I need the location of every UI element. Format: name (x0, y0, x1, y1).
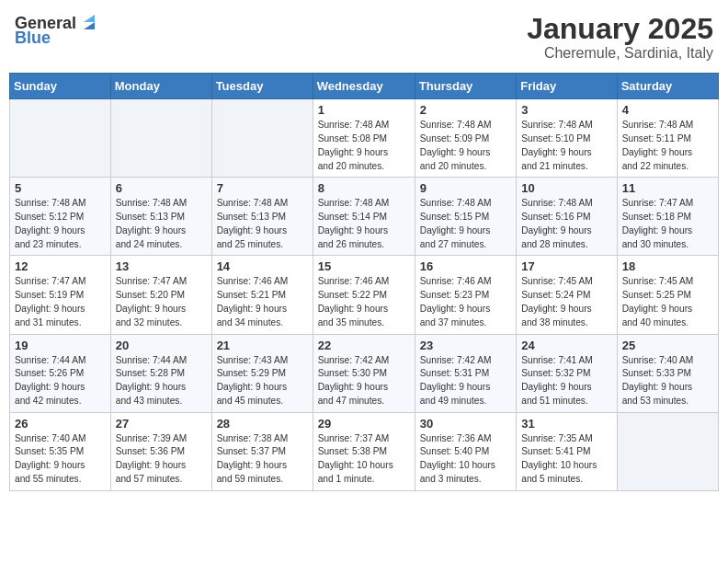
day-info: Sunrise: 7:48 AM Sunset: 5:13 PM Dayligh… (217, 197, 308, 251)
day-number: 7 (217, 181, 308, 195)
svg-marker-0 (84, 22, 95, 29)
day-info: Sunrise: 7:48 AM Sunset: 5:12 PM Dayligh… (15, 197, 106, 251)
day-info: Sunrise: 7:36 AM Sunset: 5:40 PM Dayligh… (420, 432, 511, 487)
day-info: Sunrise: 7:39 AM Sunset: 5:36 PM Dayligh… (116, 432, 207, 487)
calendar-cell: 9Sunrise: 7:48 AM Sunset: 5:15 PM Daylig… (415, 178, 516, 256)
calendar-cell: 22Sunrise: 7:42 AM Sunset: 5:30 PM Dayli… (313, 334, 415, 412)
day-number: 15 (318, 259, 410, 273)
calendar-week-row: 1Sunrise: 7:48 AM Sunset: 5:08 PM Daylig… (10, 99, 719, 178)
day-number: 31 (521, 417, 611, 431)
day-number: 3 (521, 103, 611, 117)
weekday-header-tuesday: Tuesday (211, 74, 313, 99)
calendar-cell (110, 99, 211, 178)
calendar-cell: 21Sunrise: 7:43 AM Sunset: 5:29 PM Dayli… (211, 334, 313, 412)
calendar-cell: 30Sunrise: 7:36 AM Sunset: 5:40 PM Dayli… (415, 412, 516, 490)
weekday-header-sunday: Sunday (10, 74, 111, 99)
day-info: Sunrise: 7:42 AM Sunset: 5:31 PM Dayligh… (420, 354, 511, 408)
day-number: 12 (15, 259, 106, 273)
calendar-cell: 4Sunrise: 7:48 AM Sunset: 5:11 PM Daylig… (617, 99, 718, 178)
day-info: Sunrise: 7:47 AM Sunset: 5:19 PM Dayligh… (15, 275, 106, 329)
calendar-cell: 16Sunrise: 7:46 AM Sunset: 5:23 PM Dayli… (415, 256, 516, 334)
day-number: 11 (622, 181, 713, 195)
day-number: 20 (116, 339, 207, 352)
day-info: Sunrise: 7:35 AM Sunset: 5:41 PM Dayligh… (521, 432, 611, 487)
calendar-cell: 13Sunrise: 7:47 AM Sunset: 5:20 PM Dayli… (110, 256, 211, 334)
day-info: Sunrise: 7:46 AM Sunset: 5:21 PM Dayligh… (217, 275, 308, 329)
calendar-title: January 2025 (527, 13, 713, 45)
day-number: 26 (15, 417, 106, 431)
calendar-cell: 5Sunrise: 7:48 AM Sunset: 5:12 PM Daylig… (10, 178, 111, 256)
day-info: Sunrise: 7:43 AM Sunset: 5:29 PM Dayligh… (217, 354, 308, 408)
day-info: Sunrise: 7:48 AM Sunset: 5:13 PM Dayligh… (116, 197, 207, 251)
calendar-cell (211, 99, 313, 178)
day-info: Sunrise: 7:48 AM Sunset: 5:11 PM Dayligh… (622, 119, 713, 173)
calendar-cell: 14Sunrise: 7:46 AM Sunset: 5:21 PM Dayli… (211, 256, 313, 334)
day-info: Sunrise: 7:48 AM Sunset: 5:15 PM Dayligh… (420, 197, 511, 251)
weekday-header-row: SundayMondayTuesdayWednesdayThursdayFrid… (10, 74, 719, 99)
day-number: 22 (318, 339, 410, 352)
day-info: Sunrise: 7:46 AM Sunset: 5:22 PM Dayligh… (318, 275, 410, 329)
calendar-cell: 7Sunrise: 7:48 AM Sunset: 5:13 PM Daylig… (211, 178, 313, 256)
day-number: 23 (420, 339, 511, 352)
calendar-cell: 31Sunrise: 7:35 AM Sunset: 5:41 PM Dayli… (517, 412, 617, 490)
day-number: 30 (420, 417, 511, 431)
day-number: 9 (420, 181, 511, 195)
calendar-cell: 2Sunrise: 7:48 AM Sunset: 5:09 PM Daylig… (415, 99, 516, 178)
day-number: 29 (318, 417, 410, 431)
calendar-cell: 17Sunrise: 7:45 AM Sunset: 5:24 PM Dayli… (517, 256, 617, 334)
calendar-cell: 29Sunrise: 7:37 AM Sunset: 5:38 PM Dayli… (313, 412, 415, 490)
day-info: Sunrise: 7:48 AM Sunset: 5:16 PM Dayligh… (521, 197, 611, 251)
day-number: 6 (116, 181, 207, 195)
calendar-cell: 19Sunrise: 7:44 AM Sunset: 5:26 PM Dayli… (10, 334, 111, 412)
calendar-week-row: 12Sunrise: 7:47 AM Sunset: 5:19 PM Dayli… (10, 256, 719, 334)
day-info: Sunrise: 7:47 AM Sunset: 5:18 PM Dayligh… (622, 197, 713, 251)
day-info: Sunrise: 7:44 AM Sunset: 5:26 PM Dayligh… (15, 354, 106, 408)
calendar-cell (617, 412, 718, 490)
day-info: Sunrise: 7:47 AM Sunset: 5:20 PM Dayligh… (116, 275, 207, 329)
day-number: 18 (622, 259, 713, 273)
calendar-cell: 15Sunrise: 7:46 AM Sunset: 5:22 PM Dayli… (313, 256, 415, 334)
day-info: Sunrise: 7:40 AM Sunset: 5:33 PM Dayligh… (622, 354, 713, 408)
calendar-cell: 12Sunrise: 7:47 AM Sunset: 5:19 PM Dayli… (10, 256, 111, 334)
calendar-week-row: 5Sunrise: 7:48 AM Sunset: 5:12 PM Daylig… (10, 178, 719, 256)
day-number: 2 (420, 103, 511, 117)
day-number: 4 (622, 103, 713, 117)
day-info: Sunrise: 7:45 AM Sunset: 5:24 PM Dayligh… (521, 275, 611, 329)
day-number: 5 (15, 181, 106, 195)
calendar-cell: 20Sunrise: 7:44 AM Sunset: 5:28 PM Dayli… (110, 334, 211, 412)
weekday-header-thursday: Thursday (415, 74, 516, 99)
logo: General Blue (15, 13, 98, 46)
calendar-table: SundayMondayTuesdayWednesdayThursdayFrid… (9, 73, 719, 491)
day-number: 21 (217, 339, 308, 352)
day-info: Sunrise: 7:44 AM Sunset: 5:28 PM Dayligh… (116, 354, 207, 408)
calendar-week-row: 19Sunrise: 7:44 AM Sunset: 5:26 PM Dayli… (10, 334, 719, 412)
day-number: 25 (622, 339, 713, 352)
day-info: Sunrise: 7:45 AM Sunset: 5:25 PM Dayligh… (622, 275, 713, 329)
calendar-cell: 3Sunrise: 7:48 AM Sunset: 5:10 PM Daylig… (517, 99, 617, 178)
calendar-cell: 6Sunrise: 7:48 AM Sunset: 5:13 PM Daylig… (110, 178, 211, 256)
calendar-cell: 26Sunrise: 7:40 AM Sunset: 5:35 PM Dayli… (10, 412, 111, 490)
day-number: 27 (116, 417, 207, 431)
title-block: January 2025 Cheremule, Sardinia, Italy (527, 13, 713, 62)
calendar-cell: 11Sunrise: 7:47 AM Sunset: 5:18 PM Dayli… (617, 178, 718, 256)
calendar-cell: 24Sunrise: 7:41 AM Sunset: 5:32 PM Dayli… (517, 334, 617, 412)
day-info: Sunrise: 7:37 AM Sunset: 5:38 PM Dayligh… (318, 432, 410, 487)
day-number: 8 (318, 181, 410, 195)
weekday-header-friday: Friday (517, 74, 617, 99)
day-info: Sunrise: 7:46 AM Sunset: 5:23 PM Dayligh… (420, 275, 511, 329)
calendar-cell: 23Sunrise: 7:42 AM Sunset: 5:31 PM Dayli… (415, 334, 516, 412)
calendar-week-row: 26Sunrise: 7:40 AM Sunset: 5:35 PM Dayli… (10, 412, 719, 490)
weekday-header-monday: Monday (110, 74, 211, 99)
day-number: 13 (116, 259, 207, 273)
day-number: 1 (318, 103, 410, 117)
day-info: Sunrise: 7:41 AM Sunset: 5:32 PM Dayligh… (521, 354, 611, 408)
day-info: Sunrise: 7:48 AM Sunset: 5:09 PM Dayligh… (420, 119, 511, 173)
calendar-cell: 25Sunrise: 7:40 AM Sunset: 5:33 PM Dayli… (617, 334, 718, 412)
calendar-cell: 27Sunrise: 7:39 AM Sunset: 5:36 PM Dayli… (110, 412, 211, 490)
calendar-cell: 8Sunrise: 7:48 AM Sunset: 5:14 PM Daylig… (313, 178, 415, 256)
calendar-cell: 1Sunrise: 7:48 AM Sunset: 5:08 PM Daylig… (313, 99, 415, 178)
day-number: 17 (521, 259, 611, 273)
day-number: 19 (15, 339, 106, 352)
day-info: Sunrise: 7:48 AM Sunset: 5:14 PM Dayligh… (318, 197, 410, 251)
logo-icon (78, 13, 98, 33)
